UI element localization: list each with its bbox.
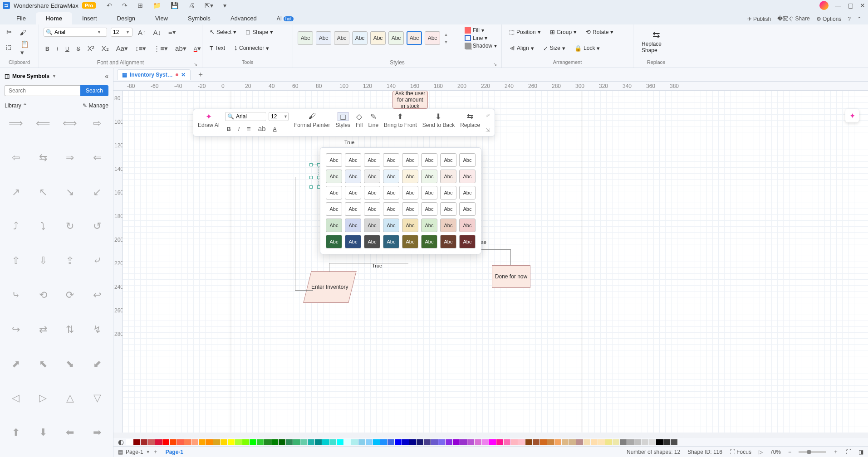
mini-replace-icon[interactable]: ⇆: [467, 112, 473, 121]
style-popup-swatch[interactable]: Abc: [326, 219, 342, 232]
color-swatch[interactable]: [170, 439, 177, 445]
color-swatch[interactable]: [141, 439, 147, 445]
mini-align[interactable]: ≡: [245, 124, 253, 133]
shape-stencil[interactable]: ⟲: [31, 286, 55, 304]
print-button[interactable]: 🖨: [186, 1, 196, 10]
ai-floating-button[interactable]: ✦: [845, 109, 859, 122]
symbol-search-input[interactable]: [5, 85, 80, 96]
color-swatch[interactable]: [671, 439, 677, 445]
bring-front-icon[interactable]: ⬆: [397, 112, 403, 121]
shape-stencil[interactable]: ⬇: [31, 423, 55, 442]
shape-stencil[interactable]: ⇧: [4, 252, 28, 270]
decrease-font-button[interactable]: A↓: [152, 28, 163, 37]
color-swatch[interactable]: [351, 439, 358, 445]
color-swatch[interactable]: [337, 439, 343, 445]
connector[interactable]: [295, 290, 313, 291]
style-popup-swatch[interactable]: Abc: [402, 219, 418, 232]
color-swatch[interactable]: [366, 439, 373, 445]
font-family-select[interactable]: 🔍▼: [44, 28, 107, 37]
mini-styles-icon[interactable]: ◻: [338, 112, 348, 121]
color-swatch[interactable]: [133, 439, 140, 445]
shape-stencil[interactable]: ⬆: [4, 423, 28, 442]
color-swatch[interactable]: [605, 439, 612, 445]
shape-stencil[interactable]: ⇄: [31, 321, 55, 339]
color-swatch[interactable]: [613, 439, 619, 445]
shape-tool-button[interactable]: ◻ Shape ▾: [243, 27, 276, 37]
shape-done[interactable]: Done for now: [492, 265, 530, 288]
color-swatch[interactable]: [518, 439, 525, 445]
connector-tool-button[interactable]: ⤵ Connector ▾: [231, 44, 272, 53]
mini-pin-button[interactable]: ⇗: [485, 112, 490, 118]
style-popup-swatch[interactable]: Abc: [440, 170, 456, 183]
shape-stencil[interactable]: ⇆: [31, 149, 55, 167]
color-swatch[interactable]: [453, 439, 460, 445]
color-swatch[interactable]: [656, 439, 663, 445]
italic-button[interactable]: I: [55, 44, 60, 53]
color-swatch[interactable]: [424, 439, 431, 445]
color-swatch[interactable]: [286, 439, 293, 445]
color-swatch[interactable]: [620, 439, 627, 445]
color-swatch[interactable]: [446, 439, 452, 445]
style-swatch[interactable]: Abc: [298, 31, 313, 45]
style-popup-swatch[interactable]: Abc: [402, 235, 418, 248]
style-popup-swatch[interactable]: Abc: [364, 186, 380, 199]
style-popup[interactable]: AbcAbcAbcAbcAbcAbcAbcAbcAbcAbcAbcAbcAbcA…: [320, 147, 481, 254]
bullets-button[interactable]: ⋮≡▾: [152, 44, 170, 53]
line-spacing-button[interactable]: ↕≡▾: [133, 44, 148, 53]
shape-stencil[interactable]: ⇨: [85, 114, 109, 132]
shape-stencil[interactable]: ↻: [58, 217, 83, 235]
color-swatch[interactable]: [627, 439, 634, 445]
color-swatch[interactable]: [315, 439, 322, 445]
color-swatch[interactable]: [387, 439, 394, 445]
shape-stencil[interactable]: ↩: [85, 286, 109, 304]
shape-stencil[interactable]: ↖: [31, 183, 55, 201]
color-swatch[interactable]: [177, 439, 184, 445]
style-popup-swatch[interactable]: Abc: [326, 170, 342, 183]
horizontal-scrollbar[interactable]: [113, 433, 868, 438]
style-popup-swatch[interactable]: Abc: [440, 202, 456, 216]
add-tab-button[interactable]: ＋: [194, 70, 207, 79]
color-swatch[interactable]: [598, 439, 605, 445]
style-gallery[interactable]: Abc Abc Abc Abc Abc Abc Abc Abc ▴▾: [298, 31, 449, 45]
color-swatch[interactable]: [511, 439, 518, 445]
color-swatch[interactable]: [482, 439, 489, 445]
color-swatch[interactable]: [562, 439, 569, 445]
manage-library-button[interactable]: ✎ Manage: [83, 102, 108, 109]
shape-enter-inventory[interactable]: Enter Inventory: [303, 271, 356, 303]
format-painter-button[interactable]: 🖌: [18, 28, 28, 37]
color-swatch[interactable]: [199, 439, 206, 445]
shape-stencil[interactable]: ⤵: [31, 217, 55, 235]
shape-stencil[interactable]: ↺: [85, 217, 109, 235]
style-popup-swatch[interactable]: Abc: [402, 186, 418, 199]
color-swatch[interactable]: [460, 439, 467, 445]
color-swatch[interactable]: [504, 439, 510, 445]
minimize-button[interactable]: —: [835, 2, 841, 9]
style-swatch[interactable]: Abc: [352, 31, 368, 45]
collapse-panel-button[interactable]: «: [105, 73, 108, 80]
replace-shape-button[interactable]: ⇆Replace Shape: [638, 27, 674, 55]
style-popup-swatch[interactable]: Abc: [421, 186, 437, 199]
shape-stencil[interactable]: ↯: [85, 321, 109, 339]
shape-stencil[interactable]: ⇩: [31, 252, 55, 270]
selection-handles[interactable]: [311, 165, 319, 187]
shape-stencil[interactable]: ↘: [58, 183, 83, 201]
shape-stencil[interactable]: ⤴: [4, 217, 28, 235]
zoom-slider[interactable]: [799, 451, 826, 453]
redo-button[interactable]: ↷: [120, 1, 129, 10]
color-swatch[interactable]: [475, 439, 481, 445]
color-swatch[interactable]: [576, 439, 583, 445]
color-swatch[interactable]: [250, 439, 256, 445]
style-popup-swatch[interactable]: Abc: [440, 153, 456, 167]
page-list-button[interactable]: ▤: [118, 449, 123, 455]
export-button[interactable]: ⇱▾: [203, 1, 215, 10]
symbol-search-button[interactable]: Search: [80, 85, 108, 96]
style-popup-swatch[interactable]: Abc: [383, 186, 399, 199]
panel-title[interactable]: More Symbols: [12, 73, 49, 79]
color-swatch[interactable]: [213, 439, 220, 445]
style-popup-swatch[interactable]: Abc: [383, 202, 399, 216]
color-swatch[interactable]: [467, 439, 474, 445]
color-swatch[interactable]: [438, 439, 445, 445]
color-swatch[interactable]: [279, 439, 285, 445]
color-swatch[interactable]: [634, 439, 641, 445]
style-popup-swatch[interactable]: Abc: [326, 235, 342, 248]
